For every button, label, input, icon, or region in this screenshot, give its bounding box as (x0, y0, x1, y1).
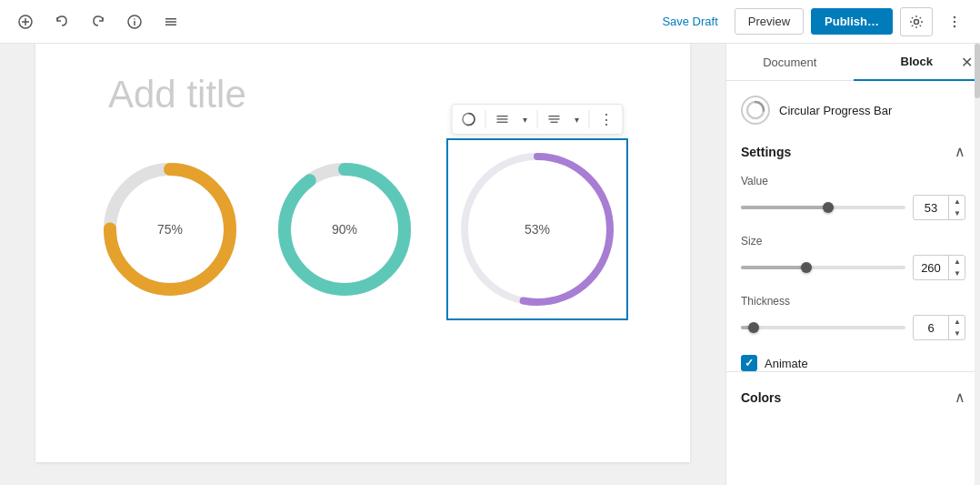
thickness-up[interactable]: ▲ (949, 316, 965, 328)
save-draft-button[interactable]: Save Draft (653, 9, 726, 34)
sidebar-scrollbar[interactable] (975, 44, 980, 485)
block-icon (741, 96, 770, 125)
toolbar-progress-icon[interactable] (456, 106, 482, 132)
animate-label: Animate (765, 357, 808, 370)
circle-1[interactable]: 75% (97, 157, 243, 302)
svg-point-9 (915, 19, 919, 24)
animate-checkbox[interactable]: ✓ (741, 355, 757, 371)
circle-3[interactable]: 53% (455, 147, 619, 311)
size-slider-fill (741, 266, 806, 269)
value-slider-row: 53 ▲ ▼ (741, 195, 965, 220)
info-button[interactable] (120, 7, 149, 36)
svg-point-12 (954, 25, 955, 26)
circles-row: 75% 90% (97, 138, 628, 320)
toolbar-justify-btn[interactable] (542, 106, 567, 132)
thickness-input-wrap: 6 ▲ ▼ (913, 315, 965, 340)
svg-rect-23 (549, 118, 560, 119)
settings-toggle[interactable]: ∧ (955, 143, 965, 160)
svg-rect-22 (549, 116, 560, 116)
value-control: Value 53 ▲ ▼ (741, 175, 965, 220)
toolbar-divider-1 (485, 110, 486, 128)
colors-toggle[interactable]: ∧ (955, 389, 965, 406)
value-slider-fill (741, 206, 828, 209)
circle-3-wrapper[interactable]: ▾ ▾ ⋮ (446, 138, 628, 320)
size-slider-row: 260 ▲ ▼ (741, 255, 965, 280)
close-sidebar-button[interactable]: ✕ (961, 54, 973, 71)
undo-button[interactable] (47, 7, 76, 36)
svg-rect-6 (165, 18, 176, 20)
value-input-wrap: 53 ▲ ▼ (913, 195, 965, 220)
selected-block[interactable]: 53% (446, 138, 628, 320)
canvas-page: Add title 75% 90% (35, 44, 690, 462)
topbar: Save Draft Preview Publish… (0, 0, 980, 44)
toolbar-more-btn[interactable]: ⋮ (594, 106, 619, 132)
add-button[interactable] (11, 7, 40, 36)
circle-2[interactable]: 90% (272, 157, 417, 302)
size-slider-track[interactable] (741, 266, 905, 269)
svg-rect-7 (165, 21, 176, 23)
topbar-right: Save Draft Preview Publish… (653, 7, 969, 36)
block-info: Circular Progress Bar (741, 96, 965, 125)
thickness-label: Thickness (741, 295, 965, 308)
checkmark-icon: ✓ (745, 357, 754, 369)
circle-1-label: 75% (157, 222, 183, 237)
publish-button[interactable]: Publish… (811, 8, 893, 35)
value-label: Value (741, 175, 965, 187)
toolbar-align-btn[interactable] (490, 106, 515, 132)
svg-point-5 (134, 18, 135, 20)
colors-title: Colors (741, 390, 781, 405)
size-slider-thumb[interactable] (801, 262, 812, 273)
menu-button[interactable] (156, 7, 185, 36)
value-down[interactable]: ▼ (949, 207, 965, 219)
value-slider-thumb[interactable] (823, 202, 834, 213)
toolbar-divider-2 (537, 110, 538, 128)
preview-button[interactable]: Preview (735, 8, 804, 35)
svg-point-10 (954, 15, 955, 17)
svg-point-11 (954, 20, 955, 22)
main-layout: Add title 75% 90% (0, 44, 980, 485)
settings-section-header: Settings ∧ (741, 143, 965, 160)
scrollbar-thumb[interactable] (975, 44, 980, 98)
colors-section-header: Colors ∧ (741, 389, 965, 406)
block-toolbar: ▾ ▾ ⋮ (452, 104, 624, 135)
toolbar-align-chevron[interactable]: ▾ (517, 106, 534, 132)
circle-3-label: 53% (525, 222, 550, 237)
size-input-wrap: 260 ▲ ▼ (913, 255, 965, 280)
settings-title: Settings (741, 145, 791, 159)
settings-button[interactable] (900, 7, 933, 36)
value-up[interactable]: ▲ (949, 196, 965, 207)
svg-rect-19 (497, 116, 508, 116)
tab-document[interactable]: Document (726, 44, 854, 80)
svg-rect-21 (497, 122, 508, 123)
value-spinners: ▲ ▼ (948, 196, 965, 219)
canvas-area[interactable]: Add title 75% 90% (0, 44, 725, 485)
size-up[interactable]: ▲ (949, 256, 965, 268)
sidebar-content: Circular Progress Bar Settings ∧ Value 5… (726, 81, 980, 485)
topbar-left (11, 7, 185, 36)
size-input[interactable]: 260 (914, 258, 948, 278)
thickness-down[interactable]: ▼ (949, 328, 965, 339)
value-slider-track[interactable] (741, 206, 905, 209)
animate-row[interactable]: ✓ Animate (741, 355, 965, 371)
svg-rect-8 (165, 24, 176, 25)
thickness-control: Thickness 6 ▲ ▼ (741, 295, 965, 340)
block-name-label: Circular Progress Bar (779, 104, 892, 117)
page-title[interactable]: Add title (35, 73, 246, 116)
colors-section: Colors ∧ (726, 371, 980, 419)
thickness-input[interactable]: 6 (914, 318, 948, 338)
size-control: Size 260 ▲ ▼ (741, 235, 965, 280)
svg-rect-24 (551, 122, 558, 123)
circle-2-label: 90% (332, 222, 357, 237)
sidebar: Document Block ✕ Circular Progress Bar S… (725, 44, 980, 485)
thickness-slider-thumb[interactable] (748, 322, 759, 333)
toolbar-justify-chevron[interactable]: ▾ (569, 106, 585, 132)
more-options-button[interactable] (940, 7, 969, 36)
size-spinners: ▲ ▼ (948, 256, 965, 279)
size-down[interactable]: ▼ (949, 268, 965, 279)
size-label: Size (741, 235, 965, 248)
thickness-slider-track[interactable] (741, 326, 905, 329)
thickness-spinners: ▲ ▼ (948, 316, 965, 339)
sidebar-tabs: Document Block ✕ (726, 44, 980, 81)
redo-button[interactable] (84, 7, 113, 36)
value-input[interactable]: 53 (914, 198, 948, 217)
